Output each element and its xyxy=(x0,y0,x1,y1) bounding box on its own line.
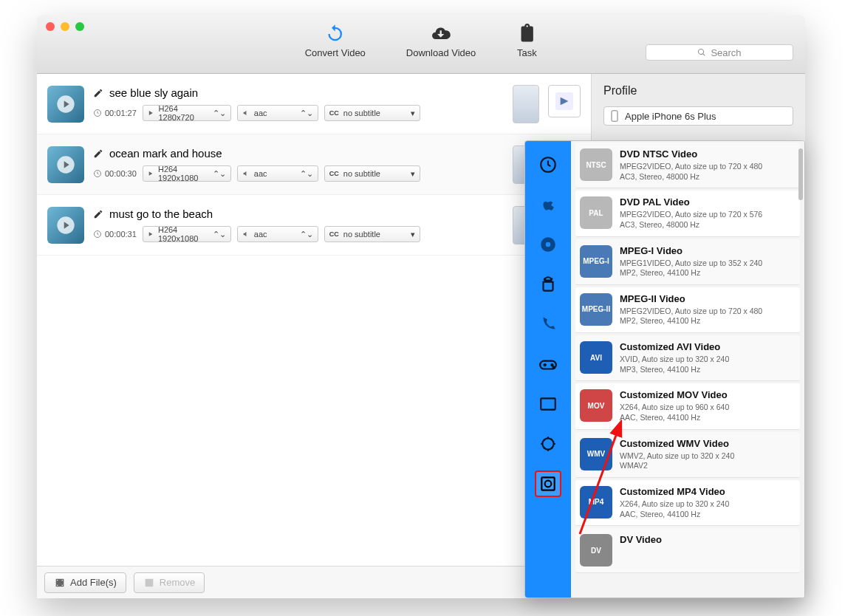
profile-badge: MOV xyxy=(580,389,612,422)
remove-button[interactable]: Remove xyxy=(134,572,205,593)
category-phone[interactable] xyxy=(535,311,561,338)
profile-item[interactable]: MOV Customized MOV Video X264, Auto size… xyxy=(575,383,800,429)
category-game[interactable] xyxy=(535,351,561,377)
profile-select[interactable]: Apple iPhone 6s Plus xyxy=(603,106,793,126)
profile-badge: AVI xyxy=(580,341,612,374)
category-android[interactable] xyxy=(535,271,561,298)
speaker-icon xyxy=(242,230,250,238)
task-label: Task xyxy=(517,47,537,58)
audio-select[interactable]: aac⌃⌄ xyxy=(237,165,318,182)
zoom-button[interactable] xyxy=(75,22,84,31)
edit-icon[interactable] xyxy=(93,209,103,219)
subtitle-select[interactable]: CCno subtitle▾ xyxy=(324,105,420,121)
close-button[interactable] xyxy=(46,22,55,31)
clipboard-icon xyxy=(516,24,537,44)
category-disc[interactable] xyxy=(535,231,561,258)
subtitle-select[interactable]: CCno subtitle▾ xyxy=(324,226,420,242)
device-preview[interactable] xyxy=(513,85,539,123)
format-select[interactable]: H264 1920x1080⌃⌄ xyxy=(143,226,231,242)
video-thumbnail[interactable] xyxy=(47,146,84,183)
profile-item[interactable]: AVI Customized AVI Video XVID, Auto size… xyxy=(575,335,800,381)
iphone-icon xyxy=(610,110,619,122)
convert-video-tab[interactable]: Convert Video xyxy=(305,24,366,58)
download-video-tab[interactable]: Download Video xyxy=(406,24,476,58)
task-tab[interactable]: Task xyxy=(516,24,537,58)
profile-desc: MPEG2VIDEO, Auto size up to 720 x 576AC3… xyxy=(620,210,796,230)
game-icon xyxy=(538,355,558,374)
profile-list[interactable]: NTSC DVD NTSC Video MPEG2VIDEO, Auto siz… xyxy=(571,141,804,598)
profile-desc: MPEG1VIDEO, Auto size up to 352 x 240MP2… xyxy=(620,259,796,278)
video-thumbnail[interactable] xyxy=(47,86,84,123)
profile-badge: WMV xyxy=(580,438,612,470)
audio-select[interactable]: aac⌃⌄ xyxy=(237,105,318,121)
file-row[interactable]: ocean mark and house 00:00:30 H264 1920x… xyxy=(37,134,591,195)
profile-selected-label: Apple iPhone 6s Plus xyxy=(625,111,716,122)
profile-item[interactable]: MP4 Customized MP4 Video X264, Auto size… xyxy=(575,480,800,526)
profile-desc: X264, Auto size up to 320 x 240AAC, Ster… xyxy=(620,499,796,519)
recent-icon xyxy=(538,155,558,174)
profile-text: MPEG-I Video MPEG1VIDEO, Auto size up to… xyxy=(620,245,796,278)
profile-item[interactable]: WMV Customized WMV Video WMV2, Auto size… xyxy=(575,432,800,478)
format-select[interactable]: H264 1280x720⌃⌄ xyxy=(143,105,231,121)
output-format-icon[interactable] xyxy=(548,85,581,117)
category-recent[interactable] xyxy=(535,151,561,178)
scrollbar[interactable] xyxy=(798,148,803,200)
profile-name: MPEG-I Video xyxy=(620,245,796,256)
profile-heading: Profile xyxy=(603,84,793,97)
svg-rect-13 xyxy=(541,398,555,409)
add-files-label: Add File(s) xyxy=(70,577,117,588)
profile-desc: MPEG2VIDEO, Auto size up to 720 x 480MP2… xyxy=(620,307,796,326)
file-row[interactable]: must go to the beach 00:00:31 H264 1920x… xyxy=(37,195,591,256)
profile-item[interactable]: MPEG-I MPEG-I Video MPEG1VIDEO, Auto siz… xyxy=(575,239,800,285)
footer-bar: Add File(s) Remove xyxy=(37,566,591,598)
window-controls xyxy=(46,22,84,31)
download-label: Download Video xyxy=(406,47,476,58)
speaker-icon xyxy=(242,170,250,177)
toolbar: Convert Video Download Video Task xyxy=(305,24,538,58)
audio-select[interactable]: aac⌃⌄ xyxy=(237,226,318,242)
minimize-button[interactable] xyxy=(61,22,69,31)
svg-rect-15 xyxy=(541,477,554,490)
profile-category-column xyxy=(525,141,571,598)
profile-item[interactable]: PAL DVD PAL Video MPEG2VIDEO, Auto size … xyxy=(575,191,800,236)
format-select[interactable]: H264 1920x1080⌃⌄ xyxy=(143,165,231,182)
refresh-icon xyxy=(325,24,346,44)
profile-badge: NTSC xyxy=(580,148,612,181)
row-main: see blue sly again 00:01:27 H264 1280x72… xyxy=(93,86,504,121)
profile-desc: XVID, Auto size up to 320 x 240MP3, Ster… xyxy=(620,355,796,374)
profile-desc: X264, Auto size up to 960 x 640AAC, Ster… xyxy=(620,403,796,422)
add-files-button[interactable]: Add File(s) xyxy=(44,572,126,593)
profile-name: DV Video xyxy=(620,534,796,545)
profile-text: DV Video xyxy=(620,534,796,567)
duration: 00:01:27 xyxy=(93,109,137,117)
profile-item[interactable]: NTSC DVD NTSC Video MPEG2VIDEO, Auto siz… xyxy=(575,143,800,188)
file-list-panel: see blue sly again 00:01:27 H264 1280x72… xyxy=(37,74,591,598)
play-small-icon xyxy=(148,109,154,117)
category-format[interactable] xyxy=(535,470,561,497)
custom-icon xyxy=(538,434,558,454)
edit-icon[interactable] xyxy=(93,88,103,98)
profile-item[interactable]: DV DV Video xyxy=(575,528,800,573)
profile-name: MPEG-II Video xyxy=(620,293,796,304)
file-row[interactable]: see blue sly again 00:01:27 H264 1280x72… xyxy=(37,74,591,134)
subtitle-select[interactable]: CCno subtitle▾ xyxy=(324,165,420,182)
category-custom[interactable] xyxy=(535,431,561,457)
category-video[interactable] xyxy=(535,391,561,417)
format-icon xyxy=(538,474,558,493)
edit-icon[interactable] xyxy=(93,148,103,159)
row-main: ocean mark and house 00:00:30 H264 1920x… xyxy=(93,147,504,182)
cloud-download-icon xyxy=(431,24,451,44)
film-add-icon xyxy=(54,577,66,589)
profile-text: Customized MP4 Video X264, Auto size up … xyxy=(620,486,796,519)
svg-rect-9 xyxy=(612,111,618,121)
profile-item[interactable]: MPEG-II MPEG-II Video MPEG2VIDEO, Auto s… xyxy=(575,287,800,333)
apple-icon xyxy=(538,195,558,214)
category-apple[interactable] xyxy=(535,191,561,218)
video-thumbnail[interactable] xyxy=(47,207,84,244)
duration: 00:00:31 xyxy=(93,230,137,239)
duration: 00:00:30 xyxy=(93,169,137,178)
titlebar: Convert Video Download Video Task Search xyxy=(37,15,805,74)
svg-point-12 xyxy=(546,242,551,247)
search-input[interactable]: Search xyxy=(646,44,793,61)
profile-desc: WMV2, Auto size up to 320 x 240WMAV2 xyxy=(620,451,796,471)
